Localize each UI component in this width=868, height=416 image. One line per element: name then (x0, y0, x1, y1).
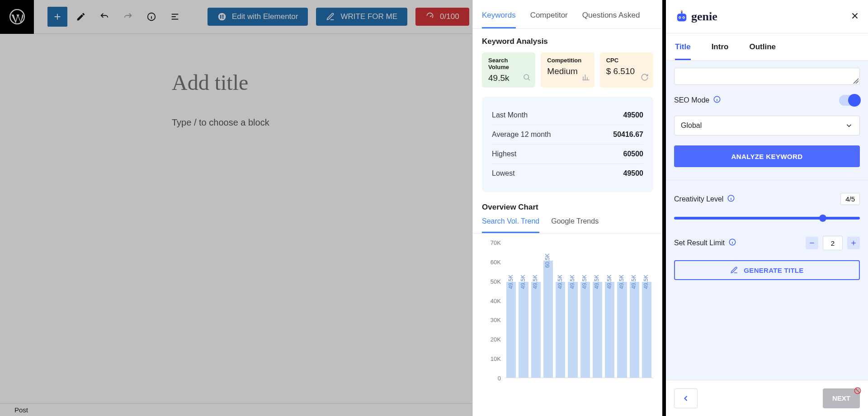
elementor-label: Edit with Elementor (232, 12, 298, 21)
info-icon[interactable] (713, 95, 721, 105)
wordpress-logo[interactable] (0, 0, 34, 34)
gen-header: genie (666, 0, 868, 33)
svg-point-7 (524, 75, 529, 79)
metric-row: Lowest49500 (492, 164, 643, 183)
creativity-slider[interactable] (674, 217, 860, 220)
undo-icon[interactable] (94, 7, 114, 27)
result-limit-stepper: 2 (806, 236, 860, 250)
tab-intro[interactable]: Intro (712, 42, 729, 60)
svg-point-14 (681, 10, 682, 11)
seo-mode-label: SEO Mode (674, 96, 709, 104)
keyword-analysis-panel: Keywords Competitor Questions Asked Keyw… (472, 0, 662, 416)
content-generation-panel: genie Title Intro Outline SEO Mode Globa… (666, 0, 868, 416)
side-panel-container: Keywords Competitor Questions Asked Keyw… (472, 0, 868, 416)
country-value: Global (681, 122, 702, 130)
block-inserter-button[interactable] (47, 7, 67, 27)
redo-icon (118, 7, 138, 27)
pencil-icon (730, 266, 738, 274)
gen-footer: NEXT (666, 380, 868, 416)
keyword-metrics-card: Last Month49500 Average 12 month50416.67… (482, 97, 653, 192)
kw-tabs: Keywords Competitor Questions Asked (473, 0, 662, 29)
bar-chart-icon (582, 73, 590, 83)
stepper-increment[interactable] (847, 237, 860, 249)
info-icon[interactable] (142, 7, 161, 27)
stat-cpc: CPC $ 6.510 (600, 52, 653, 88)
overview-tabs: Search Vol. Trend Google Trends (473, 217, 662, 234)
svg-rect-6 (222, 18, 224, 19)
svg-rect-5 (222, 16, 224, 17)
tab-questions[interactable]: Questions Asked (582, 11, 640, 28)
next-label: NEXT (832, 394, 850, 402)
stat-comp-label: Competition (547, 57, 588, 64)
stat-search-volume: Search Volume 49.5k (482, 52, 535, 88)
close-button[interactable] (850, 11, 860, 23)
metric-row: Average 12 month50416.67 (492, 125, 643, 145)
prev-button[interactable] (674, 388, 698, 408)
svg-point-12 (683, 17, 684, 18)
next-button: NEXT (823, 388, 860, 408)
tab-keywords[interactable]: Keywords (482, 11, 516, 28)
refresh-icon (641, 73, 649, 83)
stat-competition: Competition Medium (541, 52, 594, 88)
tab-competitor[interactable]: Competitor (530, 11, 568, 28)
robot-icon (674, 9, 689, 24)
gen-tabs: Title Intro Outline (666, 33, 868, 61)
tab-google-trends[interactable]: Google Trends (551, 217, 599, 233)
overview-chart-heading: Overview Chart (473, 192, 662, 217)
country-select[interactable]: Global (674, 116, 860, 136)
info-icon[interactable] (728, 238, 736, 248)
svg-rect-4 (222, 15, 224, 16)
result-limit-label: Set Result Limit (674, 239, 725, 247)
info-icon[interactable] (727, 194, 735, 204)
tab-search-vol-trend[interactable]: Search Vol. Trend (482, 217, 539, 233)
creativity-label: Creativity Level (674, 195, 723, 203)
write-for-me-button[interactable]: WRITE FOR ME (316, 8, 407, 26)
svg-rect-8 (677, 14, 686, 21)
stat-cpc-label: CPC (606, 57, 647, 64)
search-volume-chart: 010K20K30K40K50K60K70K 49.5K49.5K49.5K60… (482, 243, 653, 396)
post-type-label: Post (14, 406, 28, 414)
stepper-decrement[interactable] (806, 237, 818, 249)
tab-outline[interactable]: Outline (749, 42, 776, 60)
seo-mode-toggle[interactable] (839, 95, 860, 106)
keyword-analysis-heading: Keyword Analysis (473, 29, 662, 52)
tab-title[interactable]: Title (675, 42, 691, 60)
generate-title-label: GENERATE TITLE (744, 266, 803, 274)
title-input[interactable] (674, 68, 860, 85)
generate-title-button[interactable]: GENERATE TITLE (674, 260, 860, 280)
svg-rect-3 (220, 15, 222, 19)
genie-logo: genie (674, 9, 717, 24)
seo-score-label: 0/100 (440, 12, 459, 21)
creativity-value: 4/5 (840, 193, 860, 205)
not-allowed-icon (854, 387, 862, 395)
stat-sv-label: Search Volume (488, 57, 529, 70)
metric-row: Highest60500 (492, 145, 643, 164)
seo-score-button[interactable]: 0/100 (415, 8, 469, 26)
edit-tool-icon[interactable] (71, 7, 91, 27)
search-icon (523, 73, 531, 83)
chevron-down-icon (845, 122, 853, 130)
outline-icon[interactable] (165, 7, 185, 27)
write-for-me-label: WRITE FOR ME (340, 12, 397, 21)
edit-elementor-button[interactable]: Edit with Elementor (208, 8, 308, 26)
genie-logo-text: genie (691, 10, 717, 23)
panel-divider (662, 0, 666, 416)
svg-point-11 (679, 17, 680, 18)
metric-row: Last Month49500 (492, 106, 643, 125)
stepper-value: 2 (823, 236, 843, 250)
analyze-keyword-button[interactable]: ANALYZE KEYWORD (674, 145, 860, 167)
